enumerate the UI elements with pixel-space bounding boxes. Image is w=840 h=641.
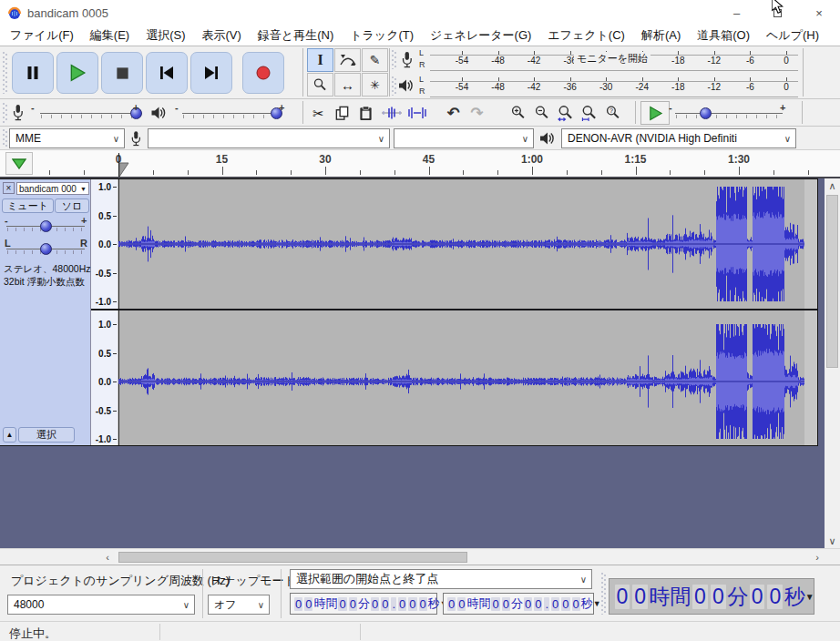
time-unit[interactable]: 間 <box>325 595 337 612</box>
record-volume-slider[interactable] <box>40 107 142 121</box>
recording-channels-select[interactable]: ∨ <box>394 128 534 148</box>
time-digit[interactable]: . <box>391 597 396 611</box>
trim-audio-button[interactable] <box>380 102 403 124</box>
zoom-tool-button[interactable] <box>307 73 333 97</box>
time-digit[interactable]: 0 <box>408 597 416 611</box>
mute-button[interactable]: ミュート <box>2 198 54 213</box>
record-button[interactable] <box>242 52 284 94</box>
recording-meter[interactable]: L R -54-48-42-36-30-24-18-12-60 モニターを開始 <box>392 46 802 73</box>
menu-item-10[interactable]: ヘルプ(H) <box>758 25 827 46</box>
time-unit[interactable]: 秒 <box>784 583 805 611</box>
time-unit[interactable]: 秒 <box>428 595 440 612</box>
playback-volume-slider[interactable] <box>182 107 282 121</box>
skip-to-start-button[interactable] <box>146 52 188 94</box>
time-unit[interactable]: 間 <box>478 595 490 612</box>
solo-button[interactable]: ソロ <box>55 198 89 213</box>
time-format-dropdown-icon[interactable]: ▼ <box>805 592 814 602</box>
time-shift-tool-button[interactable]: ↔ <box>334 73 361 97</box>
paste-button[interactable] <box>354 102 377 124</box>
timeline-ruler[interactable]: 01530451:001:151:30 <box>0 149 840 178</box>
copy-button[interactable] <box>331 102 353 124</box>
project-rate-select[interactable]: 48000∨ <box>7 595 195 615</box>
playback-meter[interactable]: L R -54-48-42-36-30-24-18-12-60 <box>392 73 802 99</box>
horizontal-scrollbar[interactable]: ‹ › <box>0 548 840 565</box>
audio-host-select[interactable]: MME∨ <box>9 128 125 148</box>
time-digit[interactable]: 0 <box>491 597 499 611</box>
time-digit[interactable]: 0 <box>294 597 302 611</box>
time-unit[interactable]: 分 <box>727 583 748 611</box>
time-unit[interactable]: 時 <box>313 595 325 612</box>
snap-mode-select[interactable]: オフ∨ <box>208 595 270 615</box>
time-digit[interactable]: 0 <box>561 597 569 611</box>
track-area[interactable]: × bandicam 000▼ ミュート ソロ - + L R ステレオ、480… <box>0 178 840 548</box>
fit-selection-button[interactable] <box>554 102 577 124</box>
gain-slider[interactable] <box>6 219 85 234</box>
time-digit[interactable]: 0 <box>457 597 466 611</box>
slider-track[interactable] <box>675 113 783 114</box>
zoom-out-button[interactable] <box>530 102 553 124</box>
recording-meter-grip[interactable] <box>392 50 396 69</box>
time-digit[interactable]: 0 <box>398 597 406 611</box>
play-speed-thumb[interactable] <box>700 107 712 119</box>
envelope-tool-button[interactable] <box>334 48 361 72</box>
menu-item-3[interactable]: 表示(V) <box>194 25 250 46</box>
scroll-down-button[interactable]: ∨ <box>825 534 840 548</box>
device-toolbar-grip[interactable] <box>3 129 7 148</box>
stop-button[interactable] <box>101 52 143 94</box>
time-digit[interactable]: 0 <box>371 597 379 611</box>
time-digit[interactable]: 0 <box>551 597 559 611</box>
time-digit[interactable]: 0 <box>615 585 630 609</box>
draw-tool-button[interactable]: ✎ <box>362 48 388 72</box>
slider-track[interactable] <box>40 113 142 114</box>
scroll-left-button[interactable]: ‹ <box>100 550 115 565</box>
playback-meter-bars[interactable]: -54-48-42-36-30-24-18-12-60 <box>430 74 798 98</box>
track-select-button[interactable]: 選択 <box>18 427 75 443</box>
time-unit[interactable]: 間 <box>671 583 691 611</box>
selection-start-field[interactable]: 00時間00分00.000秒▼ <box>290 593 437 615</box>
menu-item-9[interactable]: 道具箱(O) <box>689 25 758 46</box>
time-unit[interactable]: 時 <box>650 583 671 611</box>
selection-end-field[interactable]: 00時間00分00.000秒▼ <box>443 593 594 615</box>
pan-slider[interactable] <box>6 242 85 257</box>
vertical-scroll-thumb[interactable] <box>826 195 838 368</box>
time-digit[interactable]: . <box>544 597 549 611</box>
redo-button[interactable]: ↷ <box>466 102 488 124</box>
track-name-menu[interactable]: bandicam 000▼ <box>16 182 89 195</box>
menu-item-7[interactable]: エフェクト(C) <box>539 25 633 46</box>
time-digit[interactable]: 0 <box>750 585 765 609</box>
vertical-ruler[interactable]: 1.00.50.0-0.5-1.01.00.50.0-0.5-1.0 <box>91 179 118 445</box>
time-digit[interactable]: 0 <box>711 585 726 609</box>
zoom-toggle-button[interactable]: ? <box>601 102 624 124</box>
menu-item-0[interactable]: ファイル(F) <box>2 25 82 46</box>
monitor-start-label[interactable]: モニターを開始 <box>574 52 650 66</box>
playback-device-select[interactable]: DENON-AVR (NVIDIA High Definiti∨ <box>561 128 796 148</box>
cut-button[interactable]: ✂ <box>307 102 330 124</box>
gain-thumb[interactable] <box>40 220 52 232</box>
scroll-up-button[interactable]: ∧ <box>825 178 840 193</box>
time-unit[interactable]: 分 <box>358 595 370 612</box>
transport-toolbar-grip[interactable] <box>3 52 7 94</box>
time-digit[interactable]: 0 <box>502 597 510 611</box>
mixer-toolbar-grip[interactable] <box>3 103 7 123</box>
audio-position-display[interactable]: 00時間00分00秒▼ <box>609 578 814 615</box>
time-toolbar-grip[interactable] <box>601 573 606 615</box>
maximize-button[interactable] <box>757 0 798 25</box>
time-digit[interactable]: 0 <box>338 597 346 611</box>
time-digit[interactable]: 0 <box>767 585 783 609</box>
pan-thumb[interactable] <box>40 243 52 255</box>
menu-item-4[interactable]: 録音と再生(N) <box>250 25 342 46</box>
time-digit[interactable]: 0 <box>524 597 532 611</box>
fit-project-button[interactable] <box>578 102 600 124</box>
menu-item-8[interactable]: 解析(A) <box>633 25 689 46</box>
time-digit[interactable]: 0 <box>632 585 648 609</box>
multi-tool-button[interactable]: ✳ <box>362 73 388 97</box>
time-digit[interactable]: 0 <box>447 597 456 611</box>
close-button[interactable]: × <box>798 0 840 25</box>
time-digit[interactable]: 0 <box>304 597 312 611</box>
time-digit[interactable]: 0 <box>534 597 542 611</box>
time-digit[interactable]: 0 <box>572 597 580 611</box>
slider-track[interactable] <box>182 113 282 114</box>
time-unit[interactable]: 秒 <box>581 595 593 612</box>
time-digit[interactable]: 0 <box>419 597 427 611</box>
selection-tool-button[interactable]: I <box>307 48 333 72</box>
